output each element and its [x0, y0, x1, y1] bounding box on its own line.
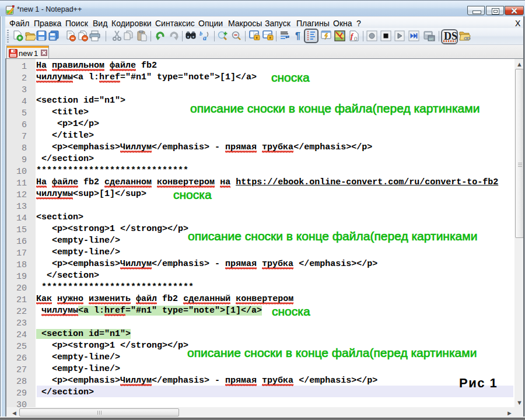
- svg-text:(): (): [354, 36, 358, 41]
- svg-text:¶: ¶: [295, 31, 300, 41]
- svg-text:b: b: [200, 30, 202, 37]
- svg-text:uc: uc: [429, 37, 433, 41]
- svg-text:a: a: [203, 34, 206, 41]
